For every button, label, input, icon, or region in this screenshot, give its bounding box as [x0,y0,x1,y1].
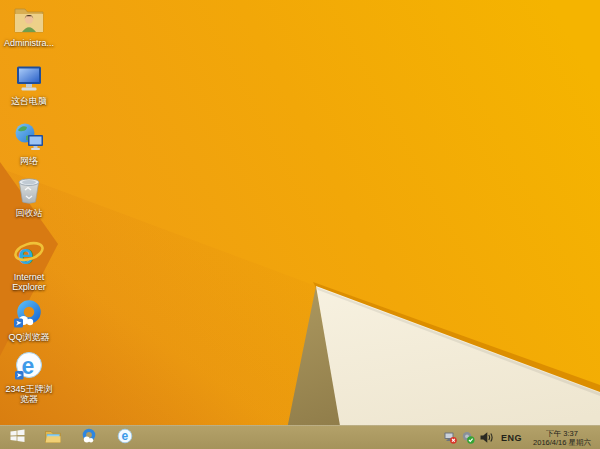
windows-logo-icon [10,428,25,447]
taskbar-clock[interactable]: 下午 3:37 2016/4/16 星期六 [528,429,596,447]
icon-label-line1: 2345王牌浏 [0,384,58,394]
start-button[interactable] [3,426,31,449]
taskbar-qq-browser-button[interactable] [75,426,103,449]
icon-label: Administra... [0,38,58,48]
icon-label: 网络 [0,156,58,166]
clock-time: 下午 3:37 [546,429,578,438]
internet-explorer-icon: e [13,238,45,270]
icon-label-line2: 览器 [0,394,58,404]
user-folder-icon [13,4,45,36]
2345-browser-icon: e [13,350,45,382]
system-tray: ENG 下午 3:37 2016/4/16 星期六 [441,426,600,449]
icon-label-line1: Internet [0,272,58,282]
this-pc-icon [13,62,45,94]
taskbar-2345-browser-button[interactable]: e [111,426,139,449]
volume-icon[interactable] [479,431,493,445]
desktop-icon-administrator-folder[interactable]: Administra... [0,4,58,48]
security-ok-icon[interactable] [461,431,475,445]
clock-date: 2016/4/16 星期六 [533,438,591,447]
desktop-icon-internet-explorer[interactable]: e Internet Explorer [0,238,58,292]
desktop-icon-network[interactable]: 网络 [0,122,58,166]
icon-label: QQ浏览器 [0,332,58,342]
desktop-icon-recycle-bin[interactable]: 回收站 [0,174,58,218]
network-disconnected-icon[interactable] [443,431,457,445]
network-icon [13,122,45,154]
language-indicator[interactable]: ENG [495,433,528,443]
qq-browser-icon [13,298,45,330]
icon-label: 这台电脑 [0,96,58,106]
taskbar: e [0,425,600,449]
recycle-bin-icon [13,174,45,206]
desktop-area[interactable]: Administra... 这台电脑 [0,0,600,425]
icon-label-line2: Explorer [0,282,58,292]
2345-browser-icon: e [117,428,133,448]
desktop-icon-2345-browser[interactable]: e 2345王牌浏 览器 [0,350,58,404]
desktop-icon-qq-browser[interactable]: QQ浏览器 [0,298,58,342]
icon-label: 回收站 [0,208,58,218]
qq-browser-icon [81,428,97,448]
desktop-icon-this-pc[interactable]: 这台电脑 [0,62,58,106]
taskbar-file-explorer-button[interactable] [39,426,67,449]
file-explorer-icon [45,429,61,447]
svg-text:e: e [121,429,128,443]
